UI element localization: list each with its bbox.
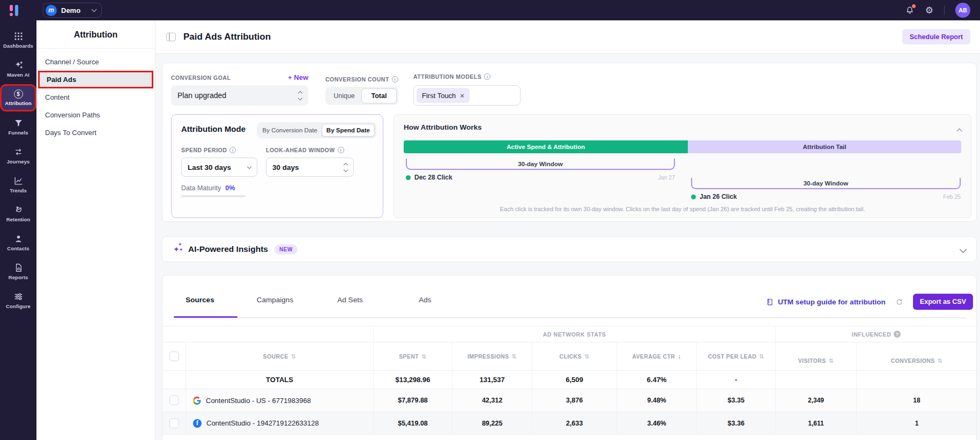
conversion-goal-select[interactable]: Plan upgraded — [171, 85, 308, 106]
page-title: Paid Ads Attribution — [183, 32, 271, 42]
person-icon — [13, 234, 24, 244]
nav-rail: Dashboards Maven AI $ Attribution Funnel… — [0, 20, 36, 440]
cell-visitors: 1,611 — [776, 412, 857, 435]
table-totals-row: TOTALS $13,298.96 131,537 6,509 6.47% - — [162, 371, 976, 389]
sort-icon: ⇅ — [291, 353, 296, 360]
cell-conversions: 1 — [857, 412, 977, 435]
tab-ads[interactable]: Ads — [388, 290, 463, 316]
submenu-item-channel-source[interactable]: Channel / Source — [36, 53, 155, 71]
user-avatar[interactable]: AB — [955, 3, 970, 18]
tab-campaigns[interactable]: Campaigns — [237, 290, 313, 316]
submenu-item-days-to-convert[interactable]: Days To Convert — [36, 124, 155, 141]
column-header-clicks[interactable]: CLICKS⇅ — [532, 342, 617, 371]
attribution-mode-title: Attribution Mode — [181, 124, 246, 133]
window-1-range: Dec 28 Click Jan 27 — [406, 174, 675, 181]
info-icon[interactable]: i — [229, 147, 236, 153]
attribution-submenu: Attribution Channel / Source Paid Ads Co… — [36, 20, 155, 440]
mode-option-by-spend-date[interactable]: By Spend Date — [322, 124, 375, 137]
rail-item-trends[interactable]: Trends — [2, 173, 35, 197]
sort-icon: ⇅ — [584, 353, 590, 360]
info-icon[interactable]: i — [392, 76, 398, 83]
data-maturity: Data Maturity 0% — [181, 184, 235, 192]
submenu-item-content[interactable]: Content — [36, 88, 155, 106]
submenu-item-paid-ads[interactable]: Paid Ads — [38, 71, 153, 88]
rail-item-contacts[interactable]: Contacts — [2, 230, 35, 255]
cell-impressions: 89,225 — [452, 412, 532, 435]
cell-cost-per-lead: $3.36 — [697, 412, 776, 435]
retention-icon — [13, 205, 24, 215]
cell-spent: $7,879.88 — [374, 389, 452, 412]
window-2-start: Jan 26 Click — [691, 193, 737, 200]
remove-chip-icon[interactable]: × — [460, 92, 464, 100]
cell-clicks: 3,876 — [532, 389, 617, 412]
count-option-total[interactable]: Total — [361, 88, 397, 103]
column-header-conversions[interactable]: CONVERSIONS⇅ — [857, 342, 977, 371]
active-tab-underline — [174, 316, 237, 318]
column-header-source[interactable]: SOURCE⇅ — [186, 342, 374, 371]
conversion-goal-label: CONVERSION GOAL — [171, 74, 231, 81]
expand-chevron-down-icon[interactable] — [961, 244, 966, 254]
spend-period-select[interactable]: Last 30 days — [181, 158, 257, 177]
how-attribution-caption: Each click is tracked for its own 30-day… — [394, 206, 971, 212]
window-2-range: Jan 26 Click Feb 25 — [691, 193, 961, 200]
count-option-unique[interactable]: Unique — [327, 88, 361, 103]
routes-icon — [13, 147, 24, 157]
table-tabs: Sources Campaigns Ad Sets Ads — [162, 290, 463, 316]
tab-sources[interactable]: Sources — [162, 290, 237, 316]
submenu-title: Attribution — [36, 20, 155, 49]
refresh-icon[interactable] — [895, 298, 903, 306]
export-csv-button[interactable]: Export as CSV — [913, 294, 973, 310]
new-badge: NEW — [274, 244, 298, 255]
how-attribution-works-title: How Attribution Works — [404, 123, 482, 131]
ai-insights-panel[interactable]: ✦✦✦ AI-Powered Insights NEW — [162, 236, 977, 262]
rail-item-journeys[interactable]: Journeys — [2, 144, 35, 168]
schedule-report-button[interactable]: Schedule Report — [902, 29, 970, 44]
rail-item-reports[interactable]: Reports — [2, 259, 35, 284]
submenu-item-conversion-paths[interactable]: Conversion Paths — [36, 106, 155, 124]
attribution-timeline-bars: Active Spend & Attribution Attribution T… — [404, 140, 961, 153]
info-icon[interactable]: i — [338, 147, 344, 153]
rail-item-configure[interactable]: Configure — [2, 288, 35, 312]
rail-item-retention[interactable]: Retention — [2, 202, 35, 226]
column-header-visitors[interactable]: VISITORS⇅ — [776, 342, 857, 371]
sidebar-collapse-icon[interactable] — [166, 33, 176, 41]
column-header-cost-per-lead[interactable]: COST PER LEAD⇅ — [697, 342, 776, 371]
column-header-average-ctr[interactable]: AVERAGE CTR↓ — [617, 342, 697, 371]
rail-item-funnels[interactable]: Funnels — [2, 115, 35, 139]
tab-ad-sets[interactable]: Ad Sets — [313, 290, 388, 316]
data-maturity-value: 0% — [225, 184, 235, 192]
cell-average-ctr: 3.46% — [617, 412, 697, 435]
help-icon[interactable]: ? — [894, 331, 901, 338]
dollar-circle-icon: $ — [14, 90, 23, 99]
column-header-impressions[interactable]: IMPRESSIONS⇅ — [452, 342, 532, 371]
row-checkbox[interactable] — [169, 396, 179, 405]
workspace-switcher[interactable]: m Demo — [43, 3, 102, 18]
mode-option-by-conversion-date[interactable]: By Conversion Date — [258, 124, 322, 137]
model-chip-first-touch[interactable]: First Touch × — [417, 88, 470, 103]
new-goal-button[interactable]: + New — [288, 73, 308, 81]
book-icon — [766, 298, 774, 306]
conversion-count-label: CONVERSION COUNTi — [325, 76, 398, 83]
settings-gear-icon[interactable]: ⚙ — [925, 6, 933, 15]
look-ahead-window-input[interactable]: 30 days — [266, 158, 354, 177]
utm-setup-guide-link[interactable]: UTM setup guide for attribution — [766, 298, 886, 306]
collapse-chevron-up-icon[interactable] — [957, 125, 961, 135]
app-logo-icon[interactable] — [8, 4, 24, 17]
column-header-spent[interactable]: SPENT⇅ — [374, 342, 452, 371]
notifications-bell-icon[interactable] — [905, 5, 915, 15]
rail-item-dashboards[interactable]: Dashboards — [2, 28, 35, 52]
rail-item-maven-ai[interactable]: Maven AI — [2, 57, 35, 81]
how-attribution-works-panel: How Attribution Works Active Spend & Att… — [394, 114, 971, 218]
select-all-checkbox[interactable] — [169, 352, 179, 361]
cell-conversions: 18 — [857, 389, 977, 412]
table-row: ContentStudio - US - 6771983968 $7,879.8… — [162, 389, 976, 412]
totals-average-ctr: 6.47% — [617, 371, 697, 389]
info-icon[interactable]: i — [484, 73, 491, 80]
window-bracket-1: 30-day Window — [406, 159, 675, 170]
row-checkbox[interactable] — [169, 419, 179, 428]
stepper-chevrons-icon[interactable] — [344, 163, 347, 171]
chevron-down-icon — [92, 7, 97, 12]
app-root: m Demo ⚙ AB Dashboards Maven AI $ — [0, 0, 980, 440]
attribution-models-select[interactable]: First Touch × — [413, 85, 521, 106]
rail-item-attribution[interactable]: $ Attribution — [2, 86, 35, 110]
